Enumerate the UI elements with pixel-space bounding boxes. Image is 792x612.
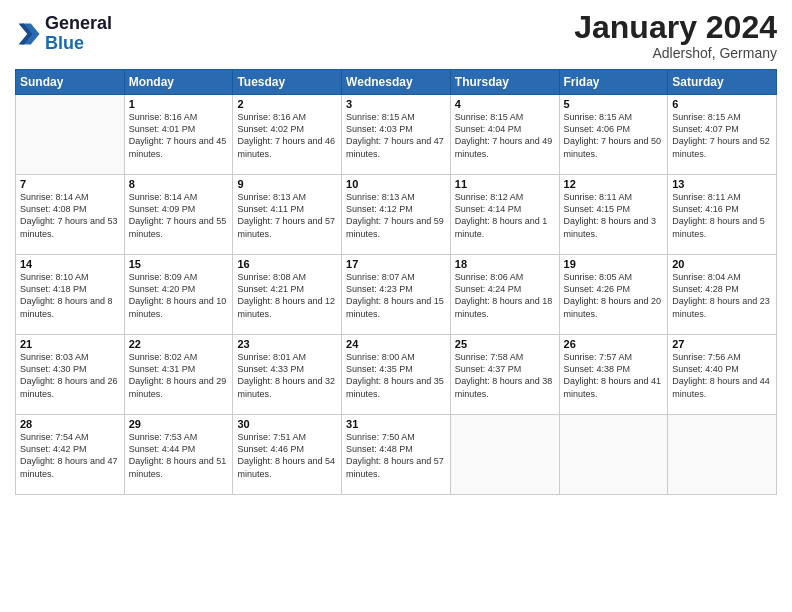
day-info: Sunrise: 8:08 AMSunset: 4:21 PMDaylight:… [237, 271, 337, 320]
day-info: Sunrise: 8:04 AMSunset: 4:28 PMDaylight:… [672, 271, 772, 320]
day-cell: 4 Sunrise: 8:15 AMSunset: 4:04 PMDayligh… [450, 95, 559, 175]
col-tuesday: Tuesday [233, 70, 342, 95]
day-cell: 1 Sunrise: 8:16 AMSunset: 4:01 PMDayligh… [124, 95, 233, 175]
day-info: Sunrise: 8:15 AMSunset: 4:06 PMDaylight:… [564, 111, 664, 160]
day-info: Sunrise: 7:57 AMSunset: 4:38 PMDaylight:… [564, 351, 664, 400]
day-info: Sunrise: 7:50 AMSunset: 4:48 PMDaylight:… [346, 431, 446, 480]
day-info: Sunrise: 8:15 AMSunset: 4:04 PMDaylight:… [455, 111, 555, 160]
day-info: Sunrise: 8:11 AMSunset: 4:15 PMDaylight:… [564, 191, 664, 240]
day-info: Sunrise: 8:10 AMSunset: 4:18 PMDaylight:… [20, 271, 120, 320]
day-cell: 26 Sunrise: 7:57 AMSunset: 4:38 PMDaylig… [559, 335, 668, 415]
day-number: 9 [237, 178, 337, 190]
day-cell: 20 Sunrise: 8:04 AMSunset: 4:28 PMDaylig… [668, 255, 777, 335]
day-cell: 6 Sunrise: 8:15 AMSunset: 4:07 PMDayligh… [668, 95, 777, 175]
day-number: 7 [20, 178, 120, 190]
day-cell: 29 Sunrise: 7:53 AMSunset: 4:44 PMDaylig… [124, 415, 233, 495]
col-saturday: Saturday [668, 70, 777, 95]
day-number: 13 [672, 178, 772, 190]
day-info: Sunrise: 8:14 AMSunset: 4:08 PMDaylight:… [20, 191, 120, 240]
day-number: 29 [129, 418, 229, 430]
day-cell: 22 Sunrise: 8:02 AMSunset: 4:31 PMDaylig… [124, 335, 233, 415]
day-number: 8 [129, 178, 229, 190]
day-number: 30 [237, 418, 337, 430]
day-info: Sunrise: 8:09 AMSunset: 4:20 PMDaylight:… [129, 271, 229, 320]
day-cell: 12 Sunrise: 8:11 AMSunset: 4:15 PMDaylig… [559, 175, 668, 255]
day-cell: 7 Sunrise: 8:14 AMSunset: 4:08 PMDayligh… [16, 175, 125, 255]
day-cell: 31 Sunrise: 7:50 AMSunset: 4:48 PMDaylig… [342, 415, 451, 495]
day-number: 31 [346, 418, 446, 430]
day-number: 17 [346, 258, 446, 270]
day-info: Sunrise: 8:01 AMSunset: 4:33 PMDaylight:… [237, 351, 337, 400]
day-info: Sunrise: 7:58 AMSunset: 4:37 PMDaylight:… [455, 351, 555, 400]
day-number: 18 [455, 258, 555, 270]
day-cell: 24 Sunrise: 8:00 AMSunset: 4:35 PMDaylig… [342, 335, 451, 415]
day-cell: 16 Sunrise: 8:08 AMSunset: 4:21 PMDaylig… [233, 255, 342, 335]
day-info: Sunrise: 7:51 AMSunset: 4:46 PMDaylight:… [237, 431, 337, 480]
page-container: General Blue January 2024 Adlershof, Ger… [0, 0, 792, 505]
day-cell: 25 Sunrise: 7:58 AMSunset: 4:37 PMDaylig… [450, 335, 559, 415]
day-number: 19 [564, 258, 664, 270]
header: General Blue January 2024 Adlershof, Ger… [15, 10, 777, 61]
calendar-title: January 2024 [574, 10, 777, 45]
logo-icon [15, 20, 43, 48]
day-info: Sunrise: 8:02 AMSunset: 4:31 PMDaylight:… [129, 351, 229, 400]
day-info: Sunrise: 8:12 AMSunset: 4:14 PMDaylight:… [455, 191, 555, 240]
day-cell: 3 Sunrise: 8:15 AMSunset: 4:03 PMDayligh… [342, 95, 451, 175]
day-info: Sunrise: 8:14 AMSunset: 4:09 PMDaylight:… [129, 191, 229, 240]
day-number: 1 [129, 98, 229, 110]
day-number: 24 [346, 338, 446, 350]
day-cell: 30 Sunrise: 7:51 AMSunset: 4:46 PMDaylig… [233, 415, 342, 495]
day-cell: 19 Sunrise: 8:05 AMSunset: 4:26 PMDaylig… [559, 255, 668, 335]
week-row-3: 21 Sunrise: 8:03 AMSunset: 4:30 PMDaylig… [16, 335, 777, 415]
week-row-4: 28 Sunrise: 7:54 AMSunset: 4:42 PMDaylig… [16, 415, 777, 495]
day-cell: 17 Sunrise: 8:07 AMSunset: 4:23 PMDaylig… [342, 255, 451, 335]
day-info: Sunrise: 7:53 AMSunset: 4:44 PMDaylight:… [129, 431, 229, 480]
day-number: 25 [455, 338, 555, 350]
day-cell [450, 415, 559, 495]
day-cell: 15 Sunrise: 8:09 AMSunset: 4:20 PMDaylig… [124, 255, 233, 335]
day-info: Sunrise: 7:54 AMSunset: 4:42 PMDaylight:… [20, 431, 120, 480]
week-row-0: 1 Sunrise: 8:16 AMSunset: 4:01 PMDayligh… [16, 95, 777, 175]
col-friday: Friday [559, 70, 668, 95]
day-number: 3 [346, 98, 446, 110]
day-cell: 2 Sunrise: 8:16 AMSunset: 4:02 PMDayligh… [233, 95, 342, 175]
day-info: Sunrise: 8:16 AMSunset: 4:02 PMDaylight:… [237, 111, 337, 160]
col-monday: Monday [124, 70, 233, 95]
day-number: 20 [672, 258, 772, 270]
day-cell [559, 415, 668, 495]
day-number: 26 [564, 338, 664, 350]
day-cell: 18 Sunrise: 8:06 AMSunset: 4:24 PMDaylig… [450, 255, 559, 335]
day-number: 11 [455, 178, 555, 190]
day-cell: 11 Sunrise: 8:12 AMSunset: 4:14 PMDaylig… [450, 175, 559, 255]
day-number: 28 [20, 418, 120, 430]
calendar-table: Sunday Monday Tuesday Wednesday Thursday… [15, 69, 777, 495]
day-info: Sunrise: 8:00 AMSunset: 4:35 PMDaylight:… [346, 351, 446, 400]
day-cell: 8 Sunrise: 8:14 AMSunset: 4:09 PMDayligh… [124, 175, 233, 255]
week-row-2: 14 Sunrise: 8:10 AMSunset: 4:18 PMDaylig… [16, 255, 777, 335]
day-number: 4 [455, 98, 555, 110]
day-info: Sunrise: 8:13 AMSunset: 4:12 PMDaylight:… [346, 191, 446, 240]
day-number: 22 [129, 338, 229, 350]
day-info: Sunrise: 8:15 AMSunset: 4:03 PMDaylight:… [346, 111, 446, 160]
logo: General Blue [15, 14, 112, 54]
day-cell: 5 Sunrise: 8:15 AMSunset: 4:06 PMDayligh… [559, 95, 668, 175]
logo-text: General Blue [45, 14, 112, 54]
day-cell: 9 Sunrise: 8:13 AMSunset: 4:11 PMDayligh… [233, 175, 342, 255]
day-cell: 14 Sunrise: 8:10 AMSunset: 4:18 PMDaylig… [16, 255, 125, 335]
day-number: 16 [237, 258, 337, 270]
day-info: Sunrise: 8:11 AMSunset: 4:16 PMDaylight:… [672, 191, 772, 240]
day-cell: 21 Sunrise: 8:03 AMSunset: 4:30 PMDaylig… [16, 335, 125, 415]
day-info: Sunrise: 7:56 AMSunset: 4:40 PMDaylight:… [672, 351, 772, 400]
day-cell: 28 Sunrise: 7:54 AMSunset: 4:42 PMDaylig… [16, 415, 125, 495]
day-cell [16, 95, 125, 175]
col-sunday: Sunday [16, 70, 125, 95]
day-cell: 23 Sunrise: 8:01 AMSunset: 4:33 PMDaylig… [233, 335, 342, 415]
day-number: 27 [672, 338, 772, 350]
day-number: 12 [564, 178, 664, 190]
day-number: 2 [237, 98, 337, 110]
day-cell: 10 Sunrise: 8:13 AMSunset: 4:12 PMDaylig… [342, 175, 451, 255]
day-number: 14 [20, 258, 120, 270]
day-number: 10 [346, 178, 446, 190]
day-number: 5 [564, 98, 664, 110]
day-cell: 13 Sunrise: 8:11 AMSunset: 4:16 PMDaylig… [668, 175, 777, 255]
